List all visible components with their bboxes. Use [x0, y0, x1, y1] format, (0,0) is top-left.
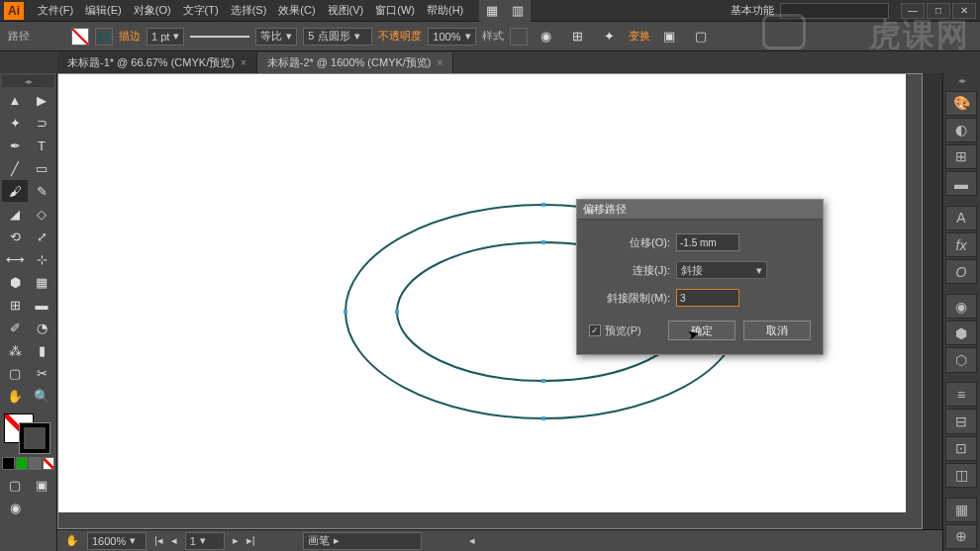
- scroll-left-icon[interactable]: ◂: [469, 534, 475, 547]
- cancel-button[interactable]: 取消: [743, 321, 811, 340]
- align-panel-icon[interactable]: ⊟: [945, 409, 977, 433]
- layers-panel-icon[interactable]: ≡: [945, 382, 977, 407]
- color-mode-swatch[interactable]: [16, 457, 29, 470]
- line-tool[interactable]: ╱: [2, 157, 28, 179]
- mesh-tool[interactable]: ⊞: [2, 294, 28, 316]
- isolate-icon[interactable]: ▣: [656, 26, 682, 47]
- preview-checkbox[interactable]: ✓ 预览(P): [589, 323, 641, 338]
- menu-file[interactable]: 文件(F): [32, 3, 79, 18]
- menu-view[interactable]: 视图(V): [322, 3, 370, 18]
- eraser-tool[interactable]: ◇: [29, 203, 54, 225]
- gradient-panel-icon[interactable]: O: [945, 259, 977, 284]
- menu-edit[interactable]: 编辑(E): [79, 3, 128, 18]
- collapse-icon[interactable]: ◂▸: [945, 75, 978, 87]
- nav-prev-icon[interactable]: ◂: [171, 534, 177, 547]
- fill-swatch[interactable]: [71, 28, 89, 46]
- scrollbar-vertical[interactable]: [906, 74, 922, 528]
- transparency-panel-icon[interactable]: ◉: [945, 294, 977, 319]
- opacity-label[interactable]: 不透明度: [378, 29, 422, 44]
- swatches-panel-icon[interactable]: ⊞: [945, 144, 977, 169]
- stroke-label[interactable]: 描边: [119, 29, 141, 44]
- blob-brush-tool[interactable]: ◢: [2, 203, 28, 225]
- gradient-tool[interactable]: ▬: [29, 294, 54, 316]
- free-transform-tool[interactable]: ⊹: [29, 248, 54, 270]
- fill-stroke-control[interactable]: [2, 412, 51, 455]
- brush-select[interactable]: 5 点圆形▾: [303, 28, 372, 46]
- color-mode-swatch[interactable]: [43, 457, 55, 470]
- menu-select[interactable]: 选择(S): [225, 3, 273, 18]
- links-panel-icon[interactable]: ⊕: [945, 524, 977, 549]
- stroke-panel-icon[interactable]: fx: [945, 232, 977, 257]
- magic-wand-tool[interactable]: ✦: [2, 112, 28, 134]
- zoom-select[interactable]: 1600%▾: [87, 532, 147, 550]
- recolor-icon[interactable]: ◉: [534, 26, 559, 47]
- pen-tool[interactable]: ✒: [2, 135, 28, 156]
- nav-last-icon[interactable]: ▸|: [246, 534, 255, 547]
- miter-input[interactable]: [676, 289, 739, 307]
- tool-status[interactable]: 画笔▸: [303, 532, 422, 550]
- stroke-swatch[interactable]: [95, 28, 113, 46]
- lasso-tool[interactable]: ⊃: [29, 112, 54, 134]
- isolate2-icon[interactable]: ▢: [688, 26, 714, 47]
- color-mode-swatch[interactable]: [2, 457, 15, 470]
- stroke-color[interactable]: [20, 423, 49, 453]
- offset-input[interactable]: [676, 233, 739, 251]
- workspace-switcher[interactable]: 基本功能: [731, 3, 774, 18]
- nav-first-icon[interactable]: |◂: [154, 534, 163, 547]
- menu-type[interactable]: 文字(T): [177, 3, 225, 18]
- layout-icon[interactable]: ▦: [479, 0, 505, 22]
- graph-tool[interactable]: ▮: [29, 339, 54, 361]
- rotate-tool[interactable]: ⟲: [2, 226, 28, 247]
- color-mode-swatch[interactable]: [29, 457, 42, 470]
- menu-help[interactable]: 帮助(H): [421, 3, 469, 18]
- paintbrush-tool[interactable]: 🖌: [2, 180, 28, 202]
- hand-icon[interactable]: ✋: [65, 534, 79, 547]
- selection-tool[interactable]: ▲: [2, 89, 28, 111]
- close-icon[interactable]: ×: [438, 57, 443, 68]
- symbols-panel-icon[interactable]: A: [945, 206, 977, 230]
- screen-mode-normal[interactable]: ▢: [2, 474, 28, 496]
- artboard-nav[interactable]: 1▾: [185, 532, 225, 550]
- collapse-icon[interactable]: ◂▸: [2, 75, 54, 87]
- close-icon[interactable]: ×: [241, 57, 246, 68]
- rectangle-tool[interactable]: ▭: [29, 157, 54, 179]
- artboards-panel-icon[interactable]: ▦: [945, 498, 977, 522]
- nav-next-icon[interactable]: ▸: [233, 534, 239, 547]
- tab-doc-1[interactable]: 未标题-1* @ 66.67% (CMYK/预览)×: [57, 52, 257, 73]
- tab-doc-2[interactable]: 未标题-2* @ 1600% (CMYK/预览)×: [257, 52, 454, 73]
- brushes-panel-icon[interactable]: ▬: [945, 171, 977, 196]
- screen-mode-full[interactable]: ▣: [29, 474, 54, 496]
- transform-label[interactable]: 变换: [629, 29, 650, 44]
- stroke-weight-input[interactable]: 1 pt▾: [147, 28, 184, 46]
- join-select[interactable]: 斜接▾: [676, 261, 767, 279]
- stroke-profile-sample[interactable]: [190, 36, 249, 38]
- appearance-panel-icon[interactable]: ⬢: [945, 321, 977, 345]
- hand-tool[interactable]: ✋: [2, 385, 28, 407]
- pathfinder-panel-icon[interactable]: ◫: [945, 463, 977, 488]
- draw-mode[interactable]: ◉: [2, 497, 28, 518]
- menu-effect[interactable]: 效果(C): [272, 3, 321, 18]
- close-button[interactable]: ✕: [952, 3, 976, 19]
- stroke-profile-select[interactable]: 等比▾: [255, 28, 297, 46]
- eyedropper-tool[interactable]: ✐: [2, 317, 28, 338]
- align-icon[interactable]: ⊞: [565, 26, 591, 47]
- maximize-button[interactable]: □: [927, 3, 950, 19]
- color-guide-panel-icon[interactable]: ◐: [945, 118, 977, 142]
- arrange-icon[interactable]: ▥: [505, 0, 531, 22]
- menu-window[interactable]: 窗口(W): [369, 3, 421, 18]
- scrollbar-horizontal[interactable]: [58, 512, 906, 528]
- artboard-tool[interactable]: ▢: [2, 362, 28, 384]
- direct-selection-tool[interactable]: ▶: [29, 89, 54, 111]
- zoom-tool[interactable]: 🔍: [29, 385, 54, 407]
- ok-button[interactable]: 确定: [668, 321, 735, 340]
- pencil-tool[interactable]: ✎: [29, 180, 54, 202]
- style-swatch[interactable]: [510, 28, 528, 46]
- minimize-button[interactable]: —: [901, 3, 925, 19]
- type-tool[interactable]: T: [29, 135, 54, 156]
- color-panel-icon[interactable]: 🎨: [945, 91, 977, 116]
- shape-builder-tool[interactable]: ⬢: [2, 271, 28, 293]
- menu-object[interactable]: 对象(O): [128, 3, 177, 18]
- transform-panel-icon[interactable]: ⊡: [945, 436, 977, 461]
- perspective-tool[interactable]: ▦: [29, 271, 54, 293]
- search-input[interactable]: [780, 3, 889, 19]
